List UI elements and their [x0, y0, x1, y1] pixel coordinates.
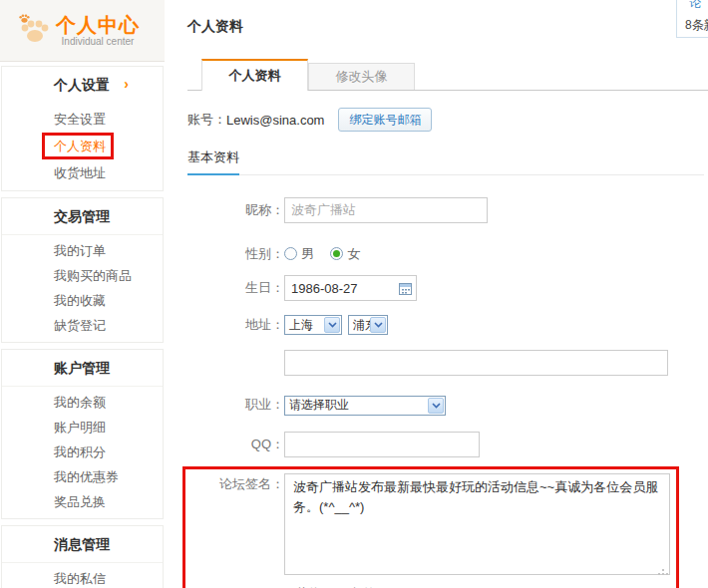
signature-label: 论坛签名：	[187, 473, 284, 579]
sidebar-item-profile[interactable]: 个人资料	[2, 133, 163, 159]
profile-form: 昵称： 性别： 男 女 生日：	[187, 197, 708, 588]
sidebar: 个人中心 Individual center 个人设置 › 安全设置 个人资料 …	[0, 0, 165, 588]
chevron-down-icon	[370, 317, 386, 333]
gender-female-label: 女	[347, 246, 360, 261]
chevron-down-icon	[428, 398, 444, 414]
nickname-row: 昵称：	[187, 197, 708, 223]
main-content: 个人资料 个人资料 修改头像 账号： Lewis@sina.com 绑定账号邮箱…	[165, 0, 708, 588]
sidebar-item-my-coupons[interactable]: 我的优惠券	[2, 464, 163, 489]
sidebar-header-messages: 消息管理	[2, 526, 163, 563]
qq-label: QQ：	[187, 432, 284, 457]
tab-bar: 个人资料 修改头像	[187, 58, 708, 91]
gender-radio-male[interactable]	[284, 247, 297, 260]
sidebar-item-label: 个人资料	[54, 139, 106, 153]
province-select[interactable]: 上海	[284, 315, 342, 335]
notice-box: 论 8条新	[676, 0, 708, 38]
gender-label: 性别：	[187, 246, 284, 262]
chevron-down-icon	[324, 317, 340, 333]
img-tag-hint: 图片使用img标签，如：[img]http://www.boqii.com/ph…	[284, 585, 708, 588]
sidebar-header-account: 账户管理	[2, 350, 163, 387]
gender-row: 性别： 男 女	[187, 244, 708, 263]
address-label: 地址：	[187, 315, 284, 335]
forum-link[interactable]: 论	[689, 0, 701, 10]
sidebar-item-my-private-messages[interactable]: 我的私信	[2, 566, 163, 588]
sidebar-header-personal-settings[interactable]: 个人设置 ›	[2, 67, 163, 103]
signature-textarea[interactable]: 波奇广播站发布最新最快最好玩的活动信息~~真诚为各位会员服务。(*^__^*)	[284, 473, 670, 575]
sidebar-item-prize-exchange[interactable]: 奖品兑换	[2, 489, 163, 514]
sidebar-header-label: 个人设置	[54, 77, 110, 93]
signature-row: 论坛签名： 波奇广播站发布最新最快最好玩的活动信息~~真诚为各位会员服务。(*^…	[187, 473, 708, 579]
address-detail-row	[187, 350, 708, 376]
sidebar-item-security[interactable]: 安全设置	[2, 106, 163, 133]
sidebar-item-my-favorites[interactable]: 我的收藏	[2, 288, 163, 313]
address-detail-label	[187, 350, 284, 376]
sidebar-item-my-points[interactable]: 我的积分	[2, 440, 163, 464]
account-value: Lewis@sina.com	[226, 113, 324, 128]
tab-change-avatar[interactable]: 修改头像	[308, 63, 415, 90]
address-row: 地址： 上海 浦东	[187, 315, 708, 335]
district-select[interactable]: 浦东	[348, 315, 388, 335]
nickname-label: 昵称：	[187, 197, 284, 223]
sidebar-section-account: 账户管理 我的余额 账户明细 我的积分 我的优惠券 奖品兑换	[1, 349, 164, 519]
sidebar-item-my-orders[interactable]: 我的订单	[2, 238, 163, 263]
sidebar-item-shipping-address[interactable]: 收货地址	[2, 159, 163, 186]
sidebar-section-personal-settings: 个人设置 › 安全设置 个人资料 收货地址	[1, 66, 164, 191]
paw-icon	[18, 13, 52, 49]
birthday-row: 生日：	[187, 275, 708, 301]
bind-email-button[interactable]: 绑定账号邮箱	[338, 108, 432, 132]
sidebar-section-messages: 消息管理 我的私信 系统通知	[1, 525, 164, 588]
birthday-input[interactable]	[284, 275, 417, 301]
address-detail-input[interactable]	[284, 350, 668, 376]
account-label: 账号：	[187, 111, 226, 129]
tab-profile[interactable]: 个人资料	[201, 59, 308, 91]
brand-subtitle: Individual center	[56, 36, 140, 47]
job-row: 职业： 请选择职业	[187, 395, 708, 416]
calendar-icon[interactable]	[399, 281, 412, 299]
qq-input[interactable]	[284, 432, 480, 457]
basic-info-header: 基本资料	[187, 148, 708, 166]
brand-title: 个人中心	[56, 14, 140, 36]
job-label: 职业：	[187, 395, 284, 415]
notice-count: 8条新	[685, 17, 708, 34]
district-value: 浦东	[349, 317, 370, 334]
sidebar-item-purchased-goods[interactable]: 我购买的商品	[2, 263, 163, 288]
gender-male-label: 男	[301, 246, 314, 261]
sidebar-item-stockout-register[interactable]: 缺货登记	[2, 313, 163, 338]
gender-radio-female[interactable]	[330, 247, 343, 260]
account-row: 账号： Lewis@sina.com 绑定账号邮箱	[187, 107, 708, 133]
job-value: 请选择职业	[285, 397, 428, 414]
qq-row: QQ：	[187, 432, 708, 457]
nickname-input[interactable]	[284, 197, 488, 223]
province-value: 上海	[285, 317, 324, 334]
logo-link[interactable]: 个人中心 Individual center	[0, 0, 165, 62]
sidebar-item-my-balance[interactable]: 我的余额	[2, 390, 163, 415]
sidebar-header-trade: 交易管理	[2, 198, 163, 235]
chevron-right-icon: ›	[124, 76, 129, 92]
resize-handle[interactable]	[662, 569, 664, 571]
page-title: 个人资料	[187, 0, 708, 36]
section-divider	[187, 174, 704, 175]
birthday-label: 生日：	[187, 275, 284, 301]
sidebar-section-trade: 交易管理 我的订单 我购买的商品 我的收藏 缺货登记	[1, 197, 164, 343]
job-select[interactable]: 请选择职业	[284, 396, 446, 416]
sidebar-item-account-details[interactable]: 账户明细	[2, 415, 163, 440]
page: 个人中心 Individual center 个人设置 › 安全设置 个人资料 …	[0, 0, 708, 588]
